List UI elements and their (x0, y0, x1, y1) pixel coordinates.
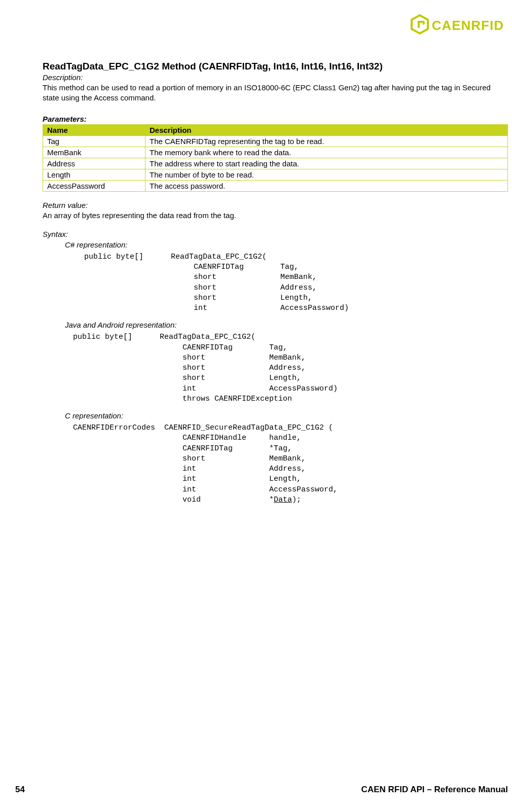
param-desc: The access password. (145, 180, 508, 191)
param-name: MemBank (43, 147, 145, 158)
java-code: public byte[] ReadTagData_EPC_C1G2( CAEN… (73, 332, 508, 404)
page-footer: 54 CAEN RFID API – Reference Manual (15, 785, 508, 795)
param-name: AccessPassword (43, 180, 145, 191)
param-desc: The address where to start reading the d… (145, 158, 508, 169)
brand-logo: CAENRFID (411, 14, 504, 37)
c-label: C representation: (65, 411, 508, 420)
description-text: This method can be used to read a portio… (43, 83, 508, 103)
description-label: Description: (43, 73, 508, 82)
logo-hex-icon (411, 14, 429, 37)
footer-title: CAEN RFID API – Reference Manual (361, 785, 508, 795)
table-header-desc: Description (145, 124, 508, 135)
return-label: Return value: (43, 201, 508, 209)
table-header-name: Name (43, 124, 145, 135)
param-name: Address (43, 158, 145, 169)
param-desc: The number of byte to be read. (145, 169, 508, 180)
table-row: Tag The CAENRFIDTag representing the tag… (43, 135, 508, 147)
table-row: MemBank The memory bank where to read th… (43, 147, 508, 158)
csharp-code: public byte[] ReadTagData_EPC_C1G2( CAEN… (84, 252, 508, 314)
return-text: An array of bytes representing the data … (43, 210, 508, 221)
parameters-label: Parameters: (43, 115, 508, 123)
method-title: ReadTagData_EPC_C1G2 Method (CAENRFIDTag… (43, 61, 508, 72)
param-desc: The CAENRFIDTag representing the tag to … (145, 135, 508, 147)
table-row: AccessPassword The access password. (43, 180, 508, 191)
csharp-label: C# representation: (65, 240, 508, 249)
table-row: Length The number of byte to be read. (43, 169, 508, 180)
page-number: 54 (15, 785, 25, 795)
parameters-table: Name Description Tag The CAENRFIDTag rep… (43, 124, 508, 192)
param-name: Length (43, 169, 145, 180)
param-desc: The memory bank where to read the data. (145, 147, 508, 158)
table-row: Address The address where to start readi… (43, 158, 508, 169)
java-label: Java and Android representation: (65, 321, 508, 329)
param-name: Tag (43, 135, 145, 147)
c-code: CAENRFIDErrorCodes CAENRFID_SecureReadTa… (73, 423, 508, 505)
logo-text: CAENRFID (432, 18, 504, 33)
syntax-label: Syntax: (43, 230, 508, 238)
